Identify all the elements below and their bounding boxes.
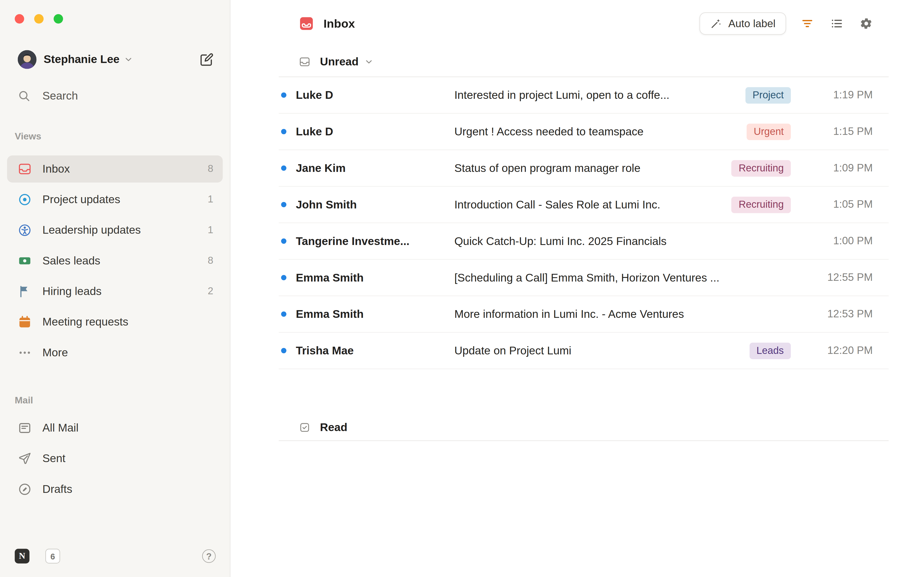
email-sender: Luke D — [296, 89, 454, 102]
email-time: 12:20 PM — [805, 345, 873, 357]
sidebar-item-sales-leads[interactable]: Sales leads 8 — [7, 247, 223, 274]
chevron-down-icon[interactable] — [365, 57, 374, 67]
sidebar-item-label: Hiring leads — [42, 285, 102, 298]
sidebar-item-label: Sales leads — [42, 255, 100, 268]
email-row[interactable]: Luke D Interested in project Lumi, open … — [279, 77, 888, 114]
minimize-button[interactable] — [34, 14, 44, 24]
views-nav: Inbox 8 Project updates 1 Leadership upd… — [7, 156, 223, 370]
unread-section-header[interactable]: Unread — [279, 47, 888, 77]
settings-button[interactable] — [858, 15, 875, 32]
sidebar-item-leadership-updates[interactable]: Leadership updates 1 — [7, 217, 223, 244]
read-section-header[interactable]: Read — [279, 414, 888, 441]
draft-icon — [18, 482, 32, 496]
auto-label-button[interactable]: Auto label — [699, 12, 786, 35]
compose-button[interactable] — [199, 52, 215, 67]
email-tag: Project — [745, 87, 791, 103]
close-button[interactable] — [15, 14, 24, 24]
sidebar: Stephanie Lee Search Views Inbox 8 Proje… — [0, 0, 231, 577]
sidebar-item-label: Drafts — [42, 483, 72, 496]
sidebar-item-label: Leadership updates — [42, 224, 141, 237]
email-subject: Update on Project Lumi — [454, 344, 740, 357]
email-row[interactable]: Trisha Mae Update on Project Lumi Leads … — [279, 333, 888, 369]
user-name[interactable]: Stephanie Lee — [44, 53, 120, 66]
email-row[interactable]: Tangerine Investme... Quick Catch-Up: Lu… — [279, 223, 888, 259]
email-sender: Luke D — [296, 125, 454, 138]
search-icon — [18, 89, 31, 102]
filter-button[interactable] — [799, 15, 816, 32]
mail-section-title: Mail — [7, 395, 223, 406]
email-time: 1:19 PM — [805, 89, 873, 101]
list-icon — [830, 17, 843, 30]
views-section-title: Views — [7, 131, 223, 143]
search-label: Search — [42, 89, 78, 102]
unread-dot — [281, 311, 286, 317]
email-row[interactable]: Emma Smith [Scheduling a Call] Emma Smit… — [279, 259, 888, 296]
main-content: Inbox Auto label Unread Luke D Int — [231, 0, 924, 577]
email-row[interactable]: John Smith Introduction Call - Sales Rol… — [279, 187, 888, 223]
sidebar-item-count: 8 — [208, 163, 215, 175]
sidebar-item-drafts[interactable]: Drafts — [7, 476, 223, 503]
unread-dot — [281, 165, 286, 171]
email-sender: John Smith — [296, 198, 454, 211]
email-sender: Emma Smith — [296, 308, 454, 321]
list-view-button[interactable] — [829, 15, 845, 32]
unread-dot — [281, 92, 286, 98]
email-time: 12:55 PM — [805, 271, 873, 284]
notion-app-icon[interactable]: N — [15, 549, 29, 563]
avatar[interactable] — [18, 50, 36, 69]
compose-icon — [199, 52, 215, 67]
sidebar-item-count: 2 — [208, 285, 215, 297]
sidebar-item-meeting-requests[interactable]: Meeting requests — [7, 308, 223, 335]
mail-stack-icon — [18, 421, 32, 435]
sidebar-item-all-mail[interactable]: All Mail — [7, 414, 223, 442]
email-subject: More information in Lumi Inc. - Acme Ven… — [454, 308, 795, 321]
read-label: Read — [320, 421, 347, 434]
target-icon — [18, 193, 32, 207]
email-subject: [Scheduling a Call] Emma Smith, Horizon … — [454, 271, 795, 284]
email-tag: Leads — [749, 342, 791, 359]
email-tag: Urgent — [747, 123, 791, 140]
sidebar-item-label: Sent — [42, 452, 65, 465]
sidebar-item-inbox[interactable]: Inbox 8 — [7, 156, 223, 183]
email-sender: Trisha Mae — [296, 344, 454, 357]
email-subject: Status of open program manager role — [454, 161, 722, 174]
email-time: 1:09 PM — [805, 162, 873, 174]
sidebar-item-more[interactable]: More — [7, 339, 223, 366]
email-time: 1:00 PM — [805, 235, 873, 247]
email-tag: Recruiting — [732, 197, 791, 213]
email-subject: Quick Catch-Up: Lumi Inc. 2025 Financial… — [454, 235, 795, 248]
filter-icon — [801, 17, 814, 30]
email-sender: Jane Kim — [296, 161, 454, 174]
flag-icon — [18, 284, 32, 298]
email-subject: Interested in project Lumi, open to a co… — [454, 89, 736, 102]
unread-dot — [281, 348, 286, 353]
email-sender: Tangerine Investme... — [296, 235, 454, 248]
help-button[interactable]: ? — [202, 550, 216, 563]
email-sender: Emma Smith — [296, 271, 454, 284]
sidebar-item-label: Meeting requests — [42, 316, 128, 329]
email-row[interactable]: Emma Smith More information in Lumi Inc.… — [279, 296, 888, 333]
sidebar-item-sent[interactable]: Sent — [7, 445, 223, 472]
wand-icon — [710, 18, 722, 29]
sidebar-item-hiring-leads[interactable]: Hiring leads 2 — [7, 278, 223, 305]
email-time: 12:53 PM — [805, 308, 873, 320]
email-time: 1:15 PM — [805, 126, 873, 138]
chevron-down-icon[interactable] — [124, 55, 133, 64]
sidebar-item-count: 1 — [208, 224, 215, 236]
app-window: Stephanie Lee Search Views Inbox 8 Proje… — [0, 0, 924, 577]
email-row[interactable]: Jane Kim Status of open program manager … — [279, 150, 888, 187]
window-controls — [7, 14, 223, 24]
gear-icon — [860, 17, 873, 30]
sidebar-item-count: 1 — [208, 194, 215, 206]
sidebar-item-project-updates[interactable]: Project updates 1 — [7, 186, 223, 213]
sidebar-item-count: 8 — [208, 255, 215, 267]
zoom-button[interactable] — [54, 14, 63, 24]
ellipsis-icon — [18, 346, 32, 360]
search-button[interactable]: Search — [7, 85, 223, 106]
sidebar-item-label: All Mail — [42, 421, 78, 434]
unread-dot — [281, 275, 286, 280]
sidebar-item-label: Project updates — [42, 193, 120, 206]
sidebar-item-label: Inbox — [42, 163, 70, 176]
email-row[interactable]: Luke D Urgent ! Access needed to teamspa… — [279, 114, 888, 150]
calendar-app-icon[interactable]: 6 — [45, 549, 60, 563]
